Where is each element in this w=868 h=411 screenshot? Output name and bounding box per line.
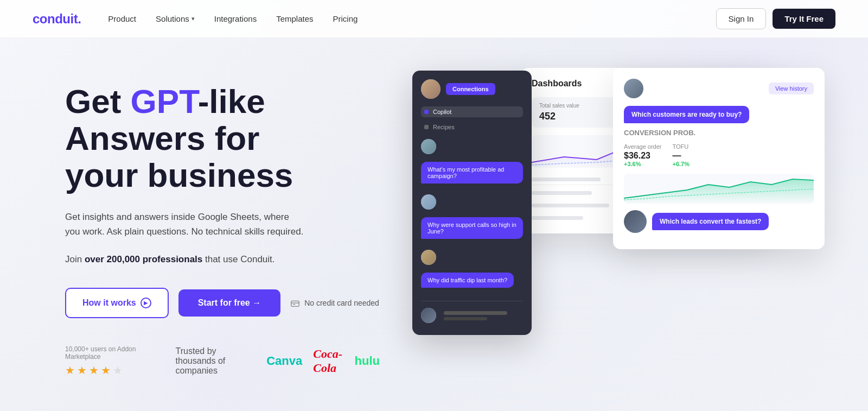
cell-3-1 bbox=[532, 216, 583, 220]
star-2: ★ bbox=[77, 364, 87, 377]
title-get: Get bbox=[65, 83, 131, 120]
nav-dot-copilot bbox=[424, 110, 429, 114]
connections-button[interactable]: Connections bbox=[446, 83, 495, 95]
hero-buttons: How it works ▶ Start for free → No credi… bbox=[65, 288, 380, 318]
brand-name: conduit bbox=[33, 11, 78, 26]
copilot-label: Copilot bbox=[433, 109, 451, 115]
bottom-avatar-img bbox=[421, 308, 436, 323]
right-query-bubble-1: Which customers are ready to buy? bbox=[624, 106, 749, 123]
metric-value-452: 452 bbox=[539, 111, 556, 122]
right-metric-change-1: +3.6% bbox=[624, 161, 662, 167]
bottom-user-row bbox=[421, 301, 523, 323]
play-icon: ▶ bbox=[141, 298, 151, 308]
bottom-avatar bbox=[421, 308, 436, 323]
hero-title: Get GPT-like Answers for your business bbox=[65, 83, 380, 194]
logo[interactable]: conduit. bbox=[33, 11, 81, 27]
nav-item-templates[interactable]: Templates bbox=[276, 14, 313, 24]
right-query-bubble-2: Which leads convert the fastest? bbox=[652, 213, 769, 230]
right-metric-label-1: Average order bbox=[624, 143, 662, 150]
sign-in-button[interactable]: Sign In bbox=[716, 8, 767, 29]
title-gpt: GPT bbox=[131, 83, 198, 120]
chat-bubble-3: Why did traffic dip last month? bbox=[421, 273, 514, 288]
trusted-text: Trusted by thousands of companies bbox=[176, 346, 256, 376]
right-metric-label-2: TOFU bbox=[673, 143, 690, 150]
cell-2-1 bbox=[532, 204, 609, 207]
user-name-line bbox=[444, 311, 507, 315]
page-wrapper: conduit. Product Solutions Integrations … bbox=[0, 0, 868, 411]
hero-bottom: 10,000+ users on Addon Marketplace ★ ★ ★… bbox=[65, 345, 380, 377]
nav-link-solutions[interactable]: Solutions bbox=[156, 14, 195, 23]
right-metric-box-2: TOFU — +6.7% bbox=[673, 143, 690, 167]
join-suffix: that use Conduit. bbox=[202, 254, 275, 264]
how-it-works-button[interactable]: How it works ▶ bbox=[65, 288, 169, 318]
chat-avatar-3 bbox=[421, 250, 436, 265]
view-history-button[interactable]: View history bbox=[769, 83, 814, 94]
nav-item-product[interactable]: Product bbox=[108, 14, 136, 24]
user-avatar-1 bbox=[421, 79, 441, 99]
start-free-button[interactable]: Start for free → bbox=[178, 289, 280, 317]
brand-dot: . bbox=[78, 11, 81, 26]
brand-hulu: hulu bbox=[355, 354, 380, 368]
card-left-header: Connections bbox=[421, 79, 523, 99]
nav-link-templates[interactable]: Templates bbox=[276, 14, 313, 23]
hero-right: Connections Copilot Recipes bbox=[391, 60, 835, 400]
nav-link-pricing[interactable]: Pricing bbox=[333, 14, 358, 23]
join-prefix: Join bbox=[65, 254, 85, 264]
chat-row-1 bbox=[421, 139, 523, 154]
right-metric-change-2: +6.7% bbox=[673, 161, 690, 167]
right-metric-value-1: $36.23 bbox=[624, 151, 662, 161]
right-metric-val-1: CONVERSION PROB. bbox=[624, 129, 695, 137]
nav-item-solutions[interactable]: Solutions bbox=[156, 14, 195, 23]
try-free-button[interactable]: Try It Free bbox=[773, 9, 835, 29]
title-like: -like bbox=[198, 83, 265, 120]
no-credit-text: No credit card needed bbox=[304, 299, 379, 307]
how-it-works-label: How it works bbox=[82, 298, 136, 308]
recipes-label: Recipes bbox=[433, 124, 455, 130]
title-line2: Answers for bbox=[65, 119, 259, 157]
navbar: conduit. Product Solutions Integrations … bbox=[0, 0, 868, 38]
chat-bubble-2: Why were support calls so high in June? bbox=[421, 217, 523, 239]
join-bold: over 200,000 professionals bbox=[85, 254, 202, 264]
brand-cocacola: Coca-Cola bbox=[313, 347, 343, 375]
right-metrics-row: Average order $36.23 +3.6% TOFU — +6.7% bbox=[624, 143, 814, 167]
addon-rating: 10,000+ users on Addon Marketplace ★ ★ ★… bbox=[65, 345, 143, 377]
chat-avatar-img-2 bbox=[421, 194, 436, 210]
right-avatar-2 bbox=[624, 210, 647, 233]
hero-left: Get GPT-like Answers for your business G… bbox=[65, 83, 380, 377]
bottom-user-info bbox=[444, 311, 523, 320]
right-metric-box-1: Average order $36.23 +3.6% bbox=[624, 143, 662, 167]
right-metric-value-2: — bbox=[673, 151, 690, 161]
chat-avatar-1 bbox=[421, 139, 436, 154]
user-role-line bbox=[444, 317, 487, 320]
trusted-brands: Trusted by thousands of companies Canva … bbox=[176, 346, 380, 376]
right-avatar-img-1 bbox=[624, 79, 643, 98]
chat-avatar-2 bbox=[421, 194, 436, 210]
right-avatar-1 bbox=[624, 79, 643, 98]
nav-item-integrations[interactable]: Integrations bbox=[214, 14, 257, 24]
avatar-img-1 bbox=[421, 79, 441, 99]
nav-link-integrations[interactable]: Integrations bbox=[214, 14, 257, 23]
nav-links: Product Solutions Integrations Templates… bbox=[108, 14, 358, 24]
nav-item-recipes[interactable]: Recipes bbox=[421, 122, 523, 132]
nav-link-product[interactable]: Product bbox=[108, 14, 136, 23]
title-line3: your business bbox=[65, 156, 293, 194]
hero-join: Join over 200,000 professionals that use… bbox=[65, 254, 380, 265]
addon-text: 10,000+ users on Addon Marketplace bbox=[65, 345, 143, 361]
star-3: ★ bbox=[89, 364, 99, 377]
right-metric-1: CONVERSION PROB. bbox=[624, 129, 695, 137]
nav-left: conduit. Product Solutions Integrations … bbox=[33, 11, 358, 27]
right-avatar-query-row: Which leads convert the fastest? bbox=[624, 210, 814, 233]
hero-section: Get GPT-like Answers for your business G… bbox=[0, 38, 868, 411]
cell-1-1 bbox=[532, 191, 592, 195]
nav-item-copilot[interactable]: Copilot bbox=[421, 106, 523, 117]
right-header-avatar-row bbox=[624, 79, 643, 98]
nav-item-pricing[interactable]: Pricing bbox=[333, 14, 358, 24]
star-rating: ★ ★ ★ ★ ★ bbox=[65, 364, 143, 377]
right-metrics: CONVERSION PROB. bbox=[624, 129, 814, 137]
ui-card-left: Connections Copilot Recipes bbox=[412, 71, 532, 335]
right-card-header: View history bbox=[624, 79, 814, 98]
col-header-1 bbox=[532, 178, 601, 181]
chat-row-3 bbox=[421, 250, 523, 265]
right-mini-chart bbox=[624, 174, 814, 204]
no-credit-icon bbox=[290, 298, 300, 308]
